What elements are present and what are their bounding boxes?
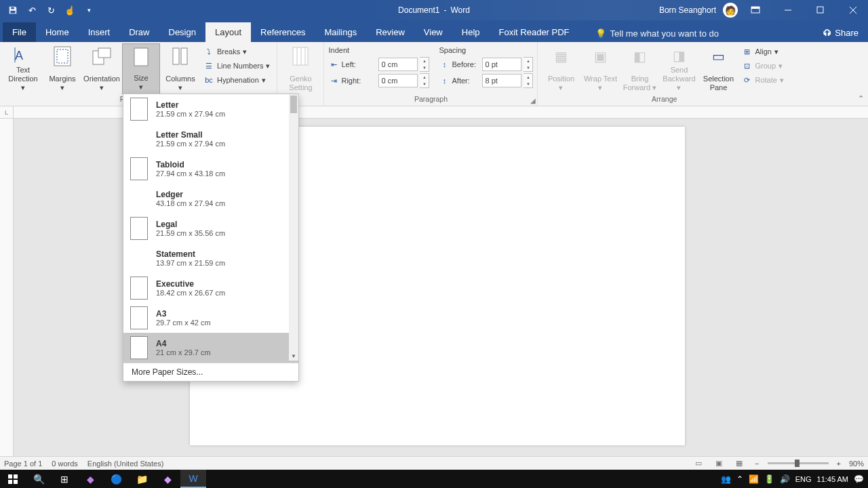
text-direction-button[interactable]: A Text Direction ▾ (4, 43, 42, 94)
spin-down[interactable]: ▼ (420, 64, 429, 71)
app-name: Word (450, 5, 469, 15)
zoom-out-button[interactable]: − (752, 460, 762, 468)
maximize-button[interactable] (806, 0, 835, 20)
ribbon-options-button[interactable] (741, 0, 770, 20)
tab-foxit[interactable]: Foxit Reader PDF (490, 22, 579, 42)
start-button[interactable] (0, 470, 26, 488)
ruler-corner[interactable]: L (0, 106, 14, 119)
vertical-ruler[interactable] (0, 119, 14, 456)
more-paper-sizes-button[interactable]: More Paper Sizes... (123, 363, 298, 381)
page-number[interactable]: Page 1 of 1 (4, 460, 42, 468)
avatar[interactable]: 🧑 (723, 3, 738, 18)
size-button[interactable]: Size▾ (122, 43, 160, 94)
web-layout-button[interactable]: ▦ (732, 458, 747, 469)
tray-clock[interactable]: 11:45 AM (817, 475, 848, 483)
dropdown-scrollbar[interactable] (289, 94, 298, 361)
redo-button[interactable]: ↻ (43, 3, 58, 18)
zoom-level[interactable]: 90% (849, 460, 864, 468)
notification-icon[interactable]: 💬 (854, 474, 864, 484)
tell-me-search[interactable]: 💡 Tell me what you want to do (589, 25, 726, 42)
position-button[interactable]: ▦Position▾ (542, 43, 580, 94)
size-option-a4[interactable]: A421 cm x 29.7 cm (123, 333, 298, 363)
people-icon[interactable]: 👥 (721, 474, 731, 484)
spin-down[interactable]: ▼ (420, 81, 429, 87)
paragraph-dialog-launcher[interactable]: ◢ (530, 97, 536, 104)
scrollbar-down-arrow[interactable]: ▼ (289, 351, 298, 361)
orientation-button[interactable]: Orientation▾ (83, 43, 121, 94)
read-mode-button[interactable]: ▭ (691, 458, 706, 469)
tab-review[interactable]: Review (366, 22, 414, 42)
tab-layout[interactable]: Layout (205, 22, 251, 42)
touch-mode-button[interactable]: ☝ (62, 3, 77, 18)
taskbar-app-phpstorm[interactable]: ◆ (77, 470, 103, 488)
indent-right-input[interactable]: 0 cm (378, 74, 418, 87)
spin-up[interactable]: ▲ (420, 74, 429, 81)
group-button[interactable]: ⊡Group ▾ (738, 59, 786, 73)
size-option-tabloid[interactable]: Tabloid27.94 cm x 43.18 cm (123, 154, 298, 184)
size-option-executive[interactable]: Executive18.42 cm x 26.67 cm (123, 273, 298, 303)
minimize-button[interactable] (773, 0, 803, 20)
print-layout-button[interactable]: ▣ (711, 458, 726, 469)
tray-language[interactable]: ENG (795, 475, 812, 483)
tab-references[interactable]: References (251, 22, 315, 42)
spacing-before-input[interactable]: 0 pt (482, 58, 521, 71)
text-direction-icon: A (12, 45, 34, 66)
svg-rect-1 (11, 11, 16, 14)
line-numbers-button[interactable]: ☰Line Numbers ▾ (201, 59, 273, 73)
size-option-ledger[interactable]: Ledger43.18 cm x 27.94 cm (123, 184, 298, 214)
size-option-a3[interactable]: A329.7 cm x 42 cm (123, 303, 298, 333)
genko-setting-button[interactable]: Genko Setting (281, 43, 319, 94)
tab-home[interactable]: Home (36, 22, 79, 42)
hyphenation-button[interactable]: bcHyphenation ▾ (201, 73, 273, 87)
spin-up[interactable]: ▲ (420, 58, 429, 64)
task-view-button[interactable]: ⊞ (52, 470, 77, 488)
tray-overflow-icon[interactable]: ⌃ (736, 474, 743, 484)
selection-pane-button[interactable]: ▭Selection Pane (699, 43, 737, 94)
bring-forward-button[interactable]: ◧Bring Forward ▾ (620, 43, 658, 94)
size-option-letter[interactable]: Letter21.59 cm x 27.94 cm (123, 94, 298, 124)
language[interactable]: English (United States) (87, 460, 164, 468)
spin-up[interactable]: ▲ (524, 74, 532, 81)
indent-left-input[interactable]: 0 cm (378, 58, 418, 71)
size-option-letter-small[interactable]: Letter Small21.59 cm x 27.94 cm (123, 124, 298, 154)
zoom-in-button[interactable]: + (834, 460, 844, 468)
orientation-icon (91, 45, 113, 67)
rotate-button[interactable]: ⟳Rotate ▾ (738, 73, 786, 87)
size-option-statement[interactable]: Statement13.97 cm x 21.59 cm (123, 243, 298, 273)
tab-insert[interactable]: Insert (79, 22, 120, 42)
collapse-ribbon-button[interactable]: ⌃ (858, 94, 864, 103)
taskbar-app-word[interactable]: W (180, 470, 206, 488)
spin-up[interactable]: ▲ (524, 58, 532, 64)
columns-button[interactable]: Columns▾ (161, 43, 199, 94)
breaks-button[interactable]: ⤵Breaks ▾ (201, 45, 273, 58)
spin-down[interactable]: ▼ (524, 81, 532, 87)
tab-draw[interactable]: Draw (119, 22, 159, 42)
send-backward-button[interactable]: ◨Send Backward ▾ (660, 43, 698, 94)
spacing-after-input[interactable]: 8 pt (482, 74, 521, 87)
volume-icon[interactable]: 🔊 (780, 474, 790, 484)
wifi-icon[interactable]: 📶 (749, 474, 759, 484)
spin-down[interactable]: ▼ (524, 64, 532, 71)
undo-button[interactable]: ↶ (24, 3, 39, 18)
battery-icon[interactable]: 🔋 (764, 474, 774, 484)
align-button[interactable]: ⊞Align ▾ (738, 45, 786, 58)
qat-customize-button[interactable]: ▾ (81, 3, 96, 18)
word-count[interactable]: 0 words (52, 460, 78, 468)
tab-view[interactable]: View (414, 22, 452, 42)
size-option-legal[interactable]: Legal21.59 cm x 35.56 cm (123, 214, 298, 243)
taskbar-app-explorer[interactable]: 📁 (129, 470, 155, 488)
tab-file[interactable]: File (3, 22, 36, 42)
tab-help[interactable]: Help (452, 22, 490, 42)
taskbar-app-premiere[interactable]: ◆ (155, 470, 180, 488)
close-button[interactable] (838, 0, 868, 20)
margins-button[interactable]: Margins▾ (43, 43, 81, 94)
save-button[interactable] (5, 3, 20, 18)
svg-rect-21 (8, 474, 12, 479)
wrap-text-button[interactable]: ▣Wrap Text▾ (581, 43, 619, 94)
taskbar-app-chrome[interactable]: 🔵 (103, 470, 129, 488)
tab-mailings[interactable]: Mailings (315, 22, 367, 42)
zoom-slider[interactable] (768, 462, 829, 464)
share-button[interactable]: ⮉ Share (813, 24, 868, 42)
search-button[interactable]: 🔍 (26, 470, 52, 488)
tab-design[interactable]: Design (159, 22, 205, 42)
